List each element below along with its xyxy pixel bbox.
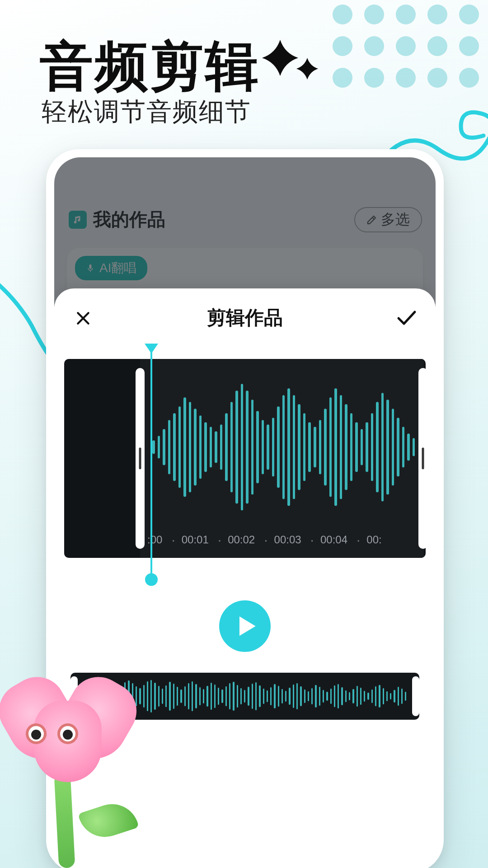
waveform-bar: [210, 427, 212, 467]
waveform-bar: [204, 422, 207, 472]
mini-waveform[interactable]: [70, 673, 419, 720]
waveform-bar: [168, 420, 171, 474]
mini-waveform-bar: [165, 685, 167, 707]
mini-waveform-bar: [248, 687, 249, 706]
mini-waveform-bar: [323, 690, 324, 703]
scrim-overlay: [54, 157, 436, 307]
waveform-bar: [189, 402, 192, 492]
waveform-bar: [256, 411, 259, 483]
waveform-bar: [308, 422, 311, 472]
mini-handle-left[interactable]: [70, 676, 78, 716]
waveform-bar: [345, 404, 347, 490]
mini-waveform-bar: [83, 692, 84, 701]
mini-waveform-bar: [394, 690, 395, 703]
mini-waveform-bar: [113, 688, 114, 705]
mini-waveform-bar: [255, 682, 257, 710]
sparkle-icon: [262, 35, 325, 90]
mini-waveform-bar: [252, 684, 253, 709]
check-icon: [396, 309, 418, 327]
timeline-tick: 00:01: [171, 532, 208, 547]
waveform-bar: [303, 413, 306, 481]
mini-waveform-bar: [162, 689, 163, 704]
trim-handle-left[interactable]: [136, 368, 145, 549]
waveform-panel[interactable]: :0000:0100:0200:0300:0400:: [64, 359, 426, 558]
mini-waveform-bar: [293, 684, 294, 708]
mini-waveform-bar: [371, 689, 373, 703]
close-button[interactable]: [70, 306, 96, 331]
waveform-bar: [183, 397, 186, 497]
mini-waveform-bar: [98, 690, 99, 703]
mini-waveform-bar: [240, 688, 242, 704]
waveform-bar: [199, 415, 202, 479]
mini-waveform-bar: [352, 689, 354, 703]
mini-waveform-bar: [147, 681, 148, 711]
waveform-bar: [152, 440, 155, 454]
timeline-ruler: :0000:0100:0200:0300:0400:: [141, 531, 426, 549]
mini-waveform-bar: [383, 688, 384, 704]
close-icon: [74, 309, 92, 327]
waveform-bar: [324, 409, 327, 486]
mini-waveform-bar: [139, 688, 141, 704]
mini-waveform-bar: [177, 687, 178, 706]
waveform-bar: [376, 402, 379, 492]
waveform-bar: [262, 420, 264, 474]
mini-waveform-bar: [263, 689, 264, 704]
mini-waveform-bar: [109, 684, 111, 708]
waveform-bar: [272, 418, 275, 476]
mini-waveform-bar: [334, 685, 335, 707]
mini-handle-right[interactable]: [412, 676, 419, 716]
mini-waveform-bar: [214, 684, 216, 708]
mini-waveform-bar: [300, 686, 301, 706]
mini-waveform-bar: [285, 691, 286, 702]
mini-waveform-bar: [405, 692, 406, 701]
mini-waveform-bar: [211, 683, 212, 710]
waveform-bar: [366, 422, 368, 472]
mini-waveform-bar: [87, 689, 88, 704]
mini-waveform-bar: [244, 690, 245, 703]
mini-waveform-bar: [199, 687, 201, 705]
waveform-bar: [230, 402, 233, 492]
edit-sheet: 剪辑作品 :0000:0100:0200:0300:0400:: [54, 288, 436, 868]
mini-waveform-bar: [289, 688, 290, 705]
mini-waveform-bar: [319, 687, 320, 706]
mini-waveform-bar: [136, 686, 137, 706]
waveform-bar: [329, 397, 332, 497]
mini-waveform-bar: [308, 691, 309, 701]
mini-waveform-bar: [401, 689, 403, 704]
mini-waveform-bar: [102, 687, 103, 706]
waveform-bar: [235, 391, 238, 504]
mini-waveform-bar: [390, 693, 391, 699]
mini-waveform-bar: [259, 685, 260, 707]
mini-waveform-bar: [132, 683, 133, 709]
confirm-button[interactable]: [394, 306, 419, 331]
trim-handle-right[interactable]: [418, 368, 426, 549]
waveform-bars: [152, 373, 415, 522]
mini-waveform-bar: [304, 689, 305, 703]
sheet-title: 剪辑作品: [207, 305, 283, 330]
waveform-bar: [381, 393, 384, 501]
mini-waveform-bar: [117, 689, 118, 703]
mini-waveform-bar: [169, 682, 170, 711]
play-button[interactable]: [219, 600, 271, 652]
mini-waveform-bar: [274, 684, 275, 708]
timeline-tick: 00:02: [218, 532, 255, 547]
mini-waveform-bar: [121, 686, 122, 707]
waveform-bar: [350, 413, 353, 481]
waveform-bar: [397, 418, 399, 476]
mini-waveform-bar: [192, 681, 193, 711]
playhead-indicator[interactable]: [150, 352, 152, 577]
mini-waveform-bar: [154, 683, 155, 710]
mini-waveform-bar: [184, 686, 186, 706]
sheet-header: 剪辑作品: [54, 288, 436, 347]
waveform-bar: [251, 400, 254, 495]
waveform-bar: [319, 420, 322, 474]
timeline-tick: 00:03: [264, 532, 301, 547]
mini-waveform-bar: [158, 686, 160, 707]
mini-waveform-bar: [206, 686, 208, 707]
waveform-bar: [293, 395, 296, 499]
waveform-bar: [340, 395, 343, 499]
mini-waveform-bar: [124, 682, 126, 710]
mini-waveform-bar: [360, 688, 361, 705]
phone-frame: 我的作品 多选 AI翻唱 剪辑作品: [46, 149, 444, 868]
mini-waveform-bar: [367, 693, 369, 700]
